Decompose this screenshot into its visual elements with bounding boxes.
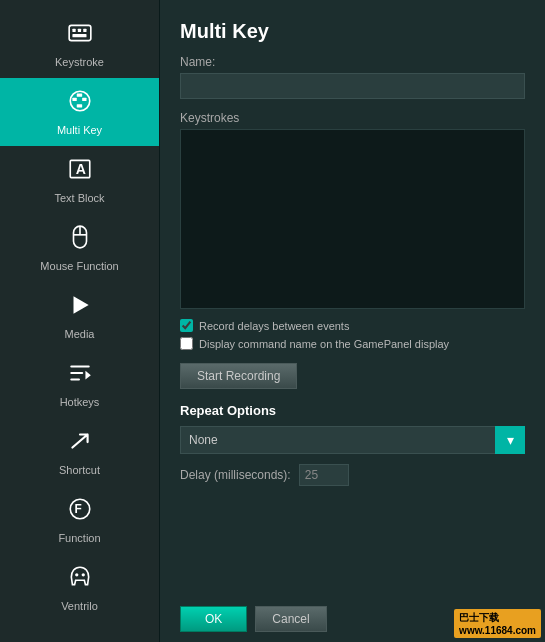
main-content: Multi Key Name: Keystrokes Record delays…	[160, 0, 545, 642]
svg-marker-14	[73, 296, 88, 313]
hotkeys-icon	[67, 360, 93, 392]
name-input[interactable]	[180, 73, 525, 99]
svg-rect-1	[72, 29, 75, 32]
cancel-button[interactable]: Cancel	[255, 606, 326, 632]
svg-rect-7	[82, 98, 86, 101]
keystrokes-label: Keystrokes	[180, 111, 525, 125]
repeat-options-title: Repeat Options	[180, 403, 525, 418]
mouse-function-icon	[67, 224, 93, 256]
sidebar-item-multi-key[interactable]: Multi Key	[0, 78, 159, 146]
svg-rect-6	[72, 98, 76, 101]
keystrokes-area	[180, 129, 525, 309]
start-recording-button[interactable]: Start Recording	[180, 363, 297, 389]
svg-rect-2	[77, 29, 80, 32]
sidebar: KeystrokeMulti KeyAText BlockMouse Funct…	[0, 0, 160, 642]
watermark: 巴士下载 www.11684.com	[454, 609, 541, 638]
ventrilo-icon	[67, 564, 93, 596]
record-delays-checkbox[interactable]	[180, 319, 193, 332]
delay-input[interactable]	[299, 464, 349, 486]
delay-row: Delay (milliseconds):	[180, 464, 525, 486]
function-icon: F	[67, 496, 93, 528]
svg-point-19	[81, 573, 84, 576]
svg-rect-8	[76, 93, 81, 96]
ok-button[interactable]: OK	[180, 606, 247, 632]
svg-rect-4	[72, 34, 86, 37]
sidebar-item-ventrilo[interactable]: Ventrilo	[0, 554, 159, 622]
sidebar-item-shortcut[interactable]: Shortcut	[0, 418, 159, 486]
sidebar-item-label-shortcut: Shortcut	[59, 464, 100, 476]
keystroke-icon	[67, 20, 93, 52]
sidebar-item-text-block[interactable]: AText Block	[0, 146, 159, 214]
media-icon	[67, 292, 93, 324]
text-block-icon: A	[67, 156, 93, 188]
sidebar-item-mouse-function[interactable]: Mouse Function	[0, 214, 159, 282]
repeat-select-wrapper: NoneRepeat while heldToggleRepeat ▾	[180, 426, 525, 454]
record-delays-row: Record delays between events	[180, 319, 525, 332]
sidebar-item-label-text-block: Text Block	[54, 192, 104, 204]
shortcut-icon	[67, 428, 93, 460]
display-command-row: Display command name on the GamePanel di…	[180, 337, 525, 350]
page-title: Multi Key	[180, 20, 525, 43]
sidebar-item-function[interactable]: FFunction	[0, 486, 159, 554]
display-command-checkbox[interactable]	[180, 337, 193, 350]
svg-rect-0	[69, 25, 91, 40]
svg-point-18	[75, 573, 78, 576]
svg-text:A: A	[75, 161, 85, 177]
svg-rect-3	[83, 29, 86, 32]
sidebar-item-media[interactable]: Media	[0, 282, 159, 350]
display-command-label: Display command name on the GamePanel di…	[199, 338, 449, 350]
sidebar-item-label-keystroke: Keystroke	[55, 56, 104, 68]
sidebar-item-keystroke[interactable]: Keystroke	[0, 10, 159, 78]
sidebar-item-label-mouse-function: Mouse Function	[40, 260, 118, 272]
svg-text:F: F	[74, 502, 81, 516]
repeat-select[interactable]: NoneRepeat while heldToggleRepeat	[180, 426, 525, 454]
sidebar-item-label-ventrilo: Ventrilo	[61, 600, 98, 612]
sidebar-item-hotkeys[interactable]: Hotkeys	[0, 350, 159, 418]
sidebar-item-label-multi-key: Multi Key	[57, 124, 102, 136]
sidebar-item-label-function: Function	[58, 532, 100, 544]
delay-label: Delay (milliseconds):	[180, 468, 291, 482]
record-delays-label: Record delays between events	[199, 320, 349, 332]
svg-rect-9	[76, 104, 81, 107]
svg-marker-15	[85, 371, 90, 380]
multi-key-icon	[67, 88, 93, 120]
sidebar-item-label-hotkeys: Hotkeys	[60, 396, 100, 408]
sidebar-item-label-media: Media	[65, 328, 95, 340]
name-label: Name:	[180, 55, 525, 69]
